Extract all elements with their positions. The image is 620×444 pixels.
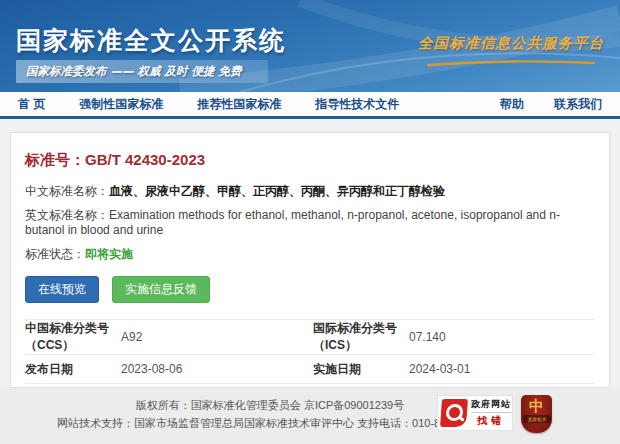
header-banner: 国家标准全文公开系统 国家标准委发布 —— 权威 及时 便捷 免费 全国标准信息… — [0, 0, 620, 92]
status-badge: 即将实施 — [85, 247, 133, 261]
action-buttons: 在线预览 实施信息反馈 — [25, 276, 595, 303]
table-row: 发布日期 2023-08-06 实施日期 2024-03-01 — [25, 354, 595, 383]
party-gov-shield-badge[interactable]: 中 党政机关 — [521, 395, 552, 433]
detail-label-ccs: 中国标准分类号（CCS） — [25, 320, 121, 354]
gov-site-error-report-badge[interactable]: 政府网站 找错 — [437, 395, 513, 431]
nav-item-guiding-documents[interactable]: 指导性技术文件 — [315, 96, 399, 113]
platform-link[interactable]: 全国标准信息公共服务平台 — [418, 34, 604, 71]
error-badge-texts: 政府网站 找错 — [471, 398, 511, 428]
footer-text-block: 版权所有：国家标准化管理委员会 京ICP备09001239号 网站技术支持：国家… — [40, 396, 500, 432]
detail-value-ccs: A92 — [121, 330, 313, 344]
footer: 版权所有：国家标准化管理委员会 京ICP备09001239号 网站技术支持：国家… — [0, 388, 620, 444]
status-line: 标准状态：即将实施 — [25, 247, 595, 262]
standard-detail-panel: 标准号：GB/T 42430-2023 中文标准名称：血液、尿液中乙醇、甲醇、正… — [10, 132, 610, 388]
copyright-line: 版权所有：国家标准化管理委员会 京ICP备09001239号 — [40, 396, 500, 414]
nav-right-group: 帮助 联系我们 — [470, 96, 602, 113]
nav-item-help[interactable]: 帮助 — [500, 96, 524, 113]
site-title: 国家标准全文公开系统 — [16, 24, 286, 57]
implementation-feedback-button[interactable]: 实施信息反馈 — [112, 276, 210, 303]
tech-support-line: 网站技术支持：国家市场监督管理总局国家标准技术审评中心 支持电话：010-822… — [40, 414, 500, 432]
en-name-line: 英文标准名称：Examination methods for ethanol, … — [25, 208, 595, 238]
standard-number-value: GB/T 42430-2023 — [85, 151, 205, 168]
error-badge-line1: 政府网站 — [471, 398, 511, 413]
footer-badges: 政府网站 找错 中 党政机关 — [437, 395, 552, 433]
header-sub-banner: 国家标准委发布 —— 权威 及时 便捷 免费 — [16, 60, 268, 83]
error-badge-line2: 找错 — [477, 414, 505, 428]
shield-emblem-icon: 中 — [529, 398, 544, 414]
detail-value-publish-date: 2023-08-06 — [121, 362, 313, 376]
header-slogan: 国家标准委发布 —— 权威 及时 便捷 免费 — [26, 64, 242, 79]
gold-swoosh-underline — [426, 59, 596, 67]
platform-name: 全国标准信息公共服务平台 — [418, 34, 604, 53]
main-nav: 首 页 强制性国家标准 推荐性国家标准 指导性技术文件 帮助 联系我们 — [0, 92, 620, 119]
standard-number-line: 标准号：GB/T 42430-2023 — [25, 151, 595, 170]
nav-item-recommended-standards[interactable]: 推荐性国家标准 — [197, 96, 281, 113]
detail-label-implement-date: 实施日期 — [313, 361, 409, 378]
cn-name-value: 血液、尿液中乙醇、甲醇、正丙醇、丙酮、异丙醇和正丁醇检验 — [109, 184, 445, 198]
detail-label-publish-date: 发布日期 — [25, 361, 121, 378]
detail-value-ics: 07.140 — [409, 330, 595, 344]
status-label: 标准状态： — [25, 247, 85, 261]
en-name-label: 英文标准名称： — [25, 208, 109, 222]
nav-item-home[interactable]: 首 页 — [18, 96, 45, 113]
detail-label-ics: 国际标准分类号（ICS） — [313, 320, 409, 354]
magnifier-icon — [440, 399, 468, 427]
table-row: 中国标准分类号（CCS） A92 国际标准分类号（ICS） 07.140 — [25, 319, 595, 354]
online-preview-button[interactable]: 在线预览 — [25, 276, 99, 303]
detail-value-implement-date: 2024-03-01 — [409, 362, 595, 376]
nav-item-mandatory-standards[interactable]: 强制性国家标准 — [79, 96, 163, 113]
shield-band: 党政机关 — [523, 415, 551, 423]
standard-number-label: 标准号： — [25, 151, 85, 168]
cn-name-label: 中文标准名称： — [25, 184, 109, 198]
cn-name-line: 中文标准名称：血液、尿液中乙醇、甲醇、正丙醇、丙酮、异丙醇和正丁醇检验 — [25, 184, 595, 199]
nav-item-contact[interactable]: 联系我们 — [554, 96, 602, 113]
shield-band-label: 党政机关 — [527, 416, 546, 422]
